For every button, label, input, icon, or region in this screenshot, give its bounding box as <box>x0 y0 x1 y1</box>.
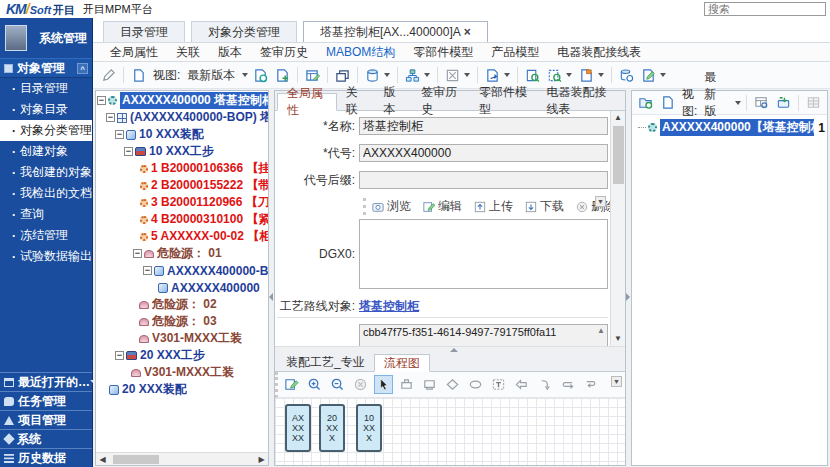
sidebar-item-test-data-output[interactable]: 试验数据输出… <box>0 246 92 267</box>
select-cursor-button[interactable] <box>374 375 393 394</box>
section-collapse-button[interactable]: ˄ <box>77 63 88 74</box>
expander-icon[interactable] <box>115 130 124 139</box>
scroll-left-icon[interactable]: ◀ <box>96 453 109 466</box>
shape-arrow-left-button[interactable] <box>512 375 531 394</box>
sidebar-group-task-management[interactable]: 任务管理 <box>0 391 92 410</box>
code-field[interactable] <box>359 144 608 162</box>
sidebar-item-my-checked-out-docs[interactable]: 我检出的文档 <box>0 183 92 204</box>
flow-toolbar-scroll-button[interactable]: ▼ <box>611 376 622 387</box>
database-button[interactable] <box>363 66 392 85</box>
doc-export-button[interactable] <box>483 66 512 85</box>
sidebar-section-object-management[interactable]: 对象管理 ˄ <box>0 58 92 78</box>
tab-assembly-process[interactable]: 装配工艺_专业 <box>277 353 374 371</box>
process-card-button[interactable] <box>303 66 322 85</box>
sidebar-group-project-management[interactable]: 项目管理 <box>0 410 92 429</box>
flow-node-10[interactable]: 10XXX <box>356 404 382 452</box>
tree-node-bop[interactable]: (AXXXXX400000-BOP) 塔基控制柜 <box>96 109 268 126</box>
detail-tab-electrical-wiring-table[interactable]: 电器装配接线表 <box>538 92 625 110</box>
tab-approval-history[interactable]: 签审历史 <box>251 44 317 61</box>
search-template-button[interactable] <box>545 66 574 85</box>
view-dropdown-caret[interactable] <box>735 101 741 105</box>
tree-horizontal-scrollbar[interactable]: ◀ ▶ <box>96 452 268 465</box>
tree-node-hazard-subpart[interactable]: AXXXXX400000 <box>96 279 268 296</box>
scroll-up-icon[interactable]: ▲ <box>611 111 626 125</box>
scroll-right-icon[interactable]: ▶ <box>255 453 268 466</box>
tab-mabom-structure[interactable]: MABOM结构 <box>317 44 404 61</box>
shape-text-button[interactable] <box>489 375 508 394</box>
tab-part-model[interactable]: 零部件模型 <box>404 44 482 61</box>
browse-button[interactable]: 浏览 <box>372 198 411 215</box>
tree-node-hazard-03[interactable]: 危险源： 03 <box>96 313 268 330</box>
new-document-button[interactable] <box>658 93 677 112</box>
upload-button[interactable]: 上传 <box>474 198 513 215</box>
shape-decision-button[interactable] <box>443 375 462 394</box>
sidebar-item-freeze-management[interactable]: 冻结管理 <box>0 225 92 246</box>
attachment-scroll-button[interactable]: ▼ <box>595 196 606 207</box>
tree-node-assembly-20[interactable]: 20 XXX装配 <box>96 381 268 398</box>
expander-icon[interactable] <box>133 249 142 258</box>
import-button[interactable] <box>774 93 793 112</box>
view-value[interactable]: 最新版本 <box>187 67 235 84</box>
expander-icon[interactable] <box>97 96 106 105</box>
new-document-button[interactable] <box>129 66 148 85</box>
tree-node-hazard-01[interactable]: 危险源： 01 <box>96 245 268 262</box>
search-input[interactable] <box>704 2 826 16</box>
tree-node-tooling-1[interactable]: V301-MXXX工装 <box>96 330 268 347</box>
name-field[interactable] <box>359 117 608 135</box>
edit-pencil-button[interactable] <box>99 66 118 85</box>
sidebar-item-object-classification[interactable]: 对象分类管理 <box>0 120 92 141</box>
view-dropdown-caret[interactable] <box>242 73 248 77</box>
org-structure-button[interactable] <box>403 66 432 85</box>
part-instance-box[interactable]: cbb47f75-f351-4614-9497-79175ff0fa11▲ <box>359 324 608 346</box>
detail-tab-versions[interactable]: 版本 <box>375 92 413 110</box>
splitter-right[interactable] <box>626 89 631 467</box>
cascade-windows-button[interactable] <box>333 66 352 85</box>
structure-tree-node-root[interactable]: AXXXXX400000【塔基控制柜】 1 <box>634 119 825 136</box>
scrollbar-thumb[interactable] <box>613 126 624 184</box>
connector-hook-button[interactable] <box>535 375 554 394</box>
tree-node-tooling-2[interactable]: V301-MXXX工装 <box>96 364 268 381</box>
search-document-button[interactable] <box>523 66 542 85</box>
zoom-out-button[interactable] <box>328 375 347 394</box>
detail-tab-relations[interactable]: 关联 <box>337 92 375 110</box>
tab-versions[interactable]: 版本 <box>209 44 251 61</box>
sidebar-item-create-object[interactable]: 创建对象 <box>0 141 92 162</box>
dgx-textarea[interactable] <box>359 219 608 289</box>
flow-edit-button[interactable] <box>282 375 301 394</box>
tab-tower-control-cabinet[interactable]: 塔基控制柜[AX...400000]A × <box>303 21 488 42</box>
scrollbar-thumb[interactable] <box>113 455 159 464</box>
tree-node-assembly-10[interactable]: 10 XXX装配 <box>96 126 268 143</box>
connector-loop-button[interactable] <box>581 375 600 394</box>
tree-node-part-5[interactable]: 5 AXXXXX-00-02 【柜 <box>96 228 268 245</box>
edit-button[interactable]: 编辑 <box>423 198 462 215</box>
flowchart-canvas[interactable]: AXXXXX 20XXX 10XXX <box>275 398 625 465</box>
expander-icon[interactable] <box>106 113 115 122</box>
tree-node-part-3[interactable]: 3 B20001120966 【刀 <box>96 194 268 211</box>
tree-node-hazard-02[interactable]: 危险源： 02 <box>96 296 268 313</box>
collapse-left-icon[interactable] <box>269 293 273 301</box>
collapse-right-icon[interactable] <box>626 293 630 301</box>
tree-node-step-20[interactable]: 20 XXX工步 <box>96 347 268 364</box>
tab-relations[interactable]: 关联 <box>167 44 209 61</box>
tab-electrical-wiring-table[interactable]: 电器装配接线表 <box>548 44 650 61</box>
tree-node-part-1[interactable]: 1 B20000106366 【挂 <box>96 160 268 177</box>
shape-process-button[interactable] <box>397 375 416 394</box>
tree-node-hazard-part[interactable]: AXXXXX400000-B <box>96 262 268 279</box>
tree-node-root[interactable]: AXXXXX400000 塔基控制柜 <box>96 92 268 109</box>
detail-tab-global-properties[interactable]: 全局属性 <box>277 93 337 111</box>
scroll-up-icon[interactable]: ▲ <box>597 326 605 335</box>
tree-node-part-2[interactable]: 2 B20000155222 【带 <box>96 177 268 194</box>
tab-global-properties[interactable]: 全局属性 <box>101 44 167 61</box>
doc-add-button[interactable] <box>273 66 292 85</box>
avatar[interactable] <box>5 25 27 51</box>
database-sync-button[interactable] <box>617 66 636 85</box>
flow-node-ax[interactable]: AXXXXX <box>285 404 311 452</box>
collapse-up-icon[interactable] <box>450 348 458 352</box>
splitter-left[interactable] <box>269 89 274 467</box>
tree-node-step-10[interactable]: 10 XXX工步 <box>96 143 268 160</box>
doc-edit-button[interactable] <box>639 66 668 85</box>
shape-subprocess-button[interactable] <box>420 375 439 394</box>
tree-node-part-4[interactable]: 4 B20000310100 【紧 <box>96 211 268 228</box>
sidebar-item-my-created-objects[interactable]: 我创建的对象 <box>0 162 92 183</box>
detail-tab-approval-history[interactable]: 签审历史 <box>412 92 470 110</box>
